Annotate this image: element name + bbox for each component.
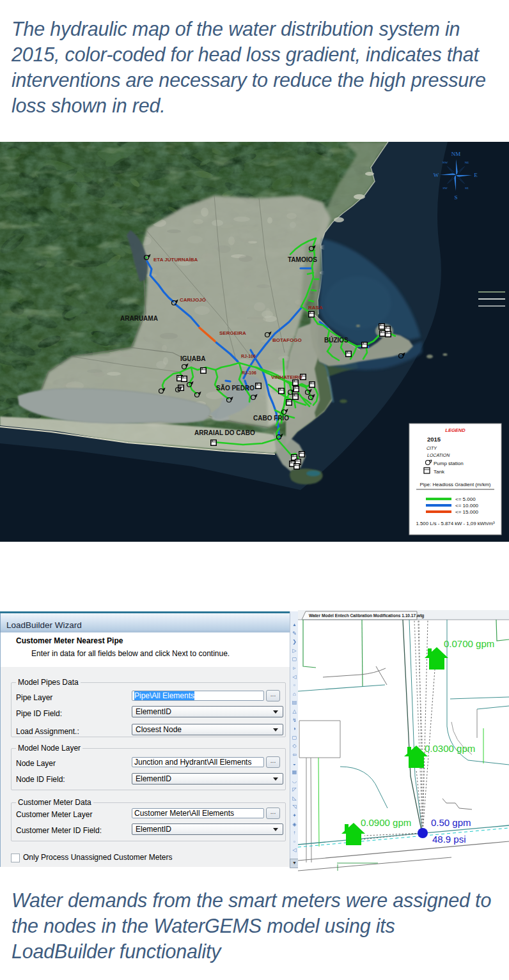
svg-text:0.50 gpm: 0.50 gpm — [431, 817, 471, 828]
svg-text:E: E — [474, 172, 478, 178]
svg-text:Pump station: Pump station — [434, 461, 464, 466]
svg-text:SW: SW — [442, 187, 448, 190]
svg-text:NE: NE — [465, 161, 469, 164]
svg-text:<= 15.000: <= 15.000 — [455, 509, 479, 515]
svg-text:CITY: CITY — [427, 446, 437, 450]
svg-text:SERGEIRA: SERGEIRA — [219, 330, 246, 336]
svg-text:<= 5.000: <= 5.000 — [455, 496, 476, 502]
svg-text:W: W — [434, 172, 439, 178]
svg-text:0.0700 gpm: 0.0700 gpm — [444, 638, 494, 649]
svg-text:Pipe: Headloss Gradient (m/km): Pipe: Headloss Gradient (m/km) — [420, 482, 491, 487]
svg-text:SE: SE — [465, 187, 469, 190]
svg-text:0.0900 gpm: 0.0900 gpm — [361, 817, 411, 828]
svg-text:RJ-106: RJ-106 — [241, 354, 256, 358]
svg-text:IGUABA: IGUABA — [180, 355, 205, 362]
svg-text:<= 10.000: <= 10.000 — [455, 503, 479, 509]
svg-text:2015: 2015 — [427, 436, 441, 443]
svg-text:ARARUAMA: ARARUAMA — [120, 315, 158, 322]
svg-text:S: S — [454, 194, 457, 201]
svg-text:NW: NW — [442, 161, 448, 164]
svg-text:CARIJOJÓ: CARIJOJÓ — [180, 297, 206, 303]
svg-text:BÚZIOS: BÚZIOS — [324, 336, 348, 344]
svg-text:ARRAIAL DO CABO: ARRAIAL DO CABO — [194, 429, 255, 436]
svg-text:0.0300 gpm: 0.0300 gpm — [425, 743, 475, 754]
svg-text:SÃO PEDRO: SÃO PEDRO — [216, 384, 254, 392]
svg-text:LOCATION: LOCATION — [427, 453, 450, 457]
svg-text:Water Model Entech Calibration: Water Model Entech Calibration Modificat… — [309, 613, 424, 618]
svg-text:ETA JUTURNAÍBA: ETA JUTURNAÍBA — [153, 257, 198, 263]
svg-text:TAMOIOS: TAMOIOS — [288, 256, 317, 263]
svg-text:1.500 L/s - 5.874 kW - 1,09 k: 1.500 L/s - 5.874 kW - 1,09 kWh/m³ — [416, 521, 494, 526]
svg-text:RASA: RASA — [308, 305, 323, 310]
svg-text:NM: NM — [451, 151, 461, 157]
svg-text:RJ-106: RJ-106 — [242, 371, 256, 375]
svg-text:CABO FRIO: CABO FRIO — [253, 415, 289, 422]
svg-text:VINHATEIRO: VINHATEIRO — [271, 374, 302, 380]
svg-text:48.9 psi: 48.9 psi — [432, 834, 466, 845]
svg-text:Tank: Tank — [434, 469, 445, 475]
svg-text:BOTAFOGO: BOTAFOGO — [272, 337, 302, 343]
svg-text:LEGEND: LEGEND — [445, 427, 466, 433]
